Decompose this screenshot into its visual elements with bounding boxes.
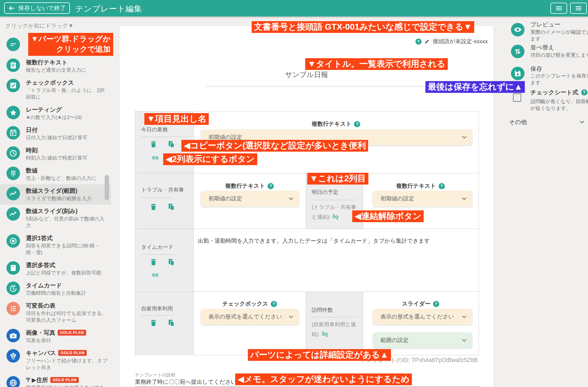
- help-icon[interactable]: ?: [354, 121, 360, 127]
- field-row-2: トラブル・共有事 明日の予定 (トラブル・共有事と連結): [135, 173, 479, 229]
- row4-name-cell: 自家用車利用: [135, 292, 194, 355]
- template-title-input[interactable]: サンプル日報: [119, 70, 494, 79]
- copy-field-button[interactable]: [167, 140, 176, 148]
- part-name: キャンバス: [26, 350, 56, 356]
- sidebar-hint: クリックか右にドラッグ▼: [5, 22, 74, 30]
- help-icon[interactable]: ?: [271, 301, 277, 307]
- part-name: 数値スライダ(刻み): [26, 208, 78, 214]
- copy-field-button[interactable]: [167, 319, 176, 327]
- checksheet-checkbox[interactable]: [513, 93, 521, 102]
- swap-vertical-icon: [511, 45, 524, 58]
- part-desc: スライダで数値の範囲を入力: [26, 195, 108, 202]
- part-name: レーティング: [26, 106, 62, 113]
- part-item[interactable]: 選択1答式回答を用意できる設問に(例:晴・雨・雪): [0, 232, 111, 259]
- part-desc: 労働時間の報告と自動集計: [26, 290, 108, 296]
- chevron-down-icon: [287, 313, 295, 321]
- help-icon[interactable]: ?: [581, 89, 587, 96]
- field-name-input[interactable]: 自家用車利用: [141, 305, 173, 312]
- linked-field-name-input[interactable]: 訪問件数: [312, 306, 333, 314]
- row2-name-cell: トラブル・共有事: [135, 173, 194, 229]
- part-desc: 時刻入力:連結で時差計算可: [26, 155, 108, 161]
- part-item[interactable]: 複数行テキスト報告など通常の文章入力に: [0, 56, 111, 76]
- range-setting-select[interactable]: 範囲の設定: [373, 332, 472, 348]
- annotation-item-heading: ▼項目見出し名: [144, 113, 209, 125]
- part-name: 日付: [26, 127, 38, 133]
- help-icon[interactable]: ?: [439, 183, 445, 189]
- preview-button[interactable]: プレビュー 実際のイメージが確認できます: [511, 21, 587, 41]
- help-icon[interactable]: ?: [433, 301, 439, 307]
- delete-field-button[interactable]: [149, 140, 158, 148]
- initial-value-select[interactable]: 初期値の設定: [373, 191, 472, 207]
- template-canvas: ? 接頭語が未設定-xxxxx サンプル日報 6 / 128 今日の業務: [119, 26, 494, 387]
- description-input[interactable]: 業務終了時に〇〇宛へ提出してください: [135, 378, 237, 386]
- field-type-label: 複数行テキスト: [312, 120, 352, 128]
- menu-button-2[interactable]: [570, 3, 587, 14]
- part-name: 時刻: [26, 147, 38, 153]
- part-desc: 5刻みなど、任意の刻みで数値の入力: [26, 215, 108, 229]
- copy-field-button[interactable]: [167, 203, 176, 211]
- part-item[interactable]: レーティング★の数で入力(★は2〜10): [0, 103, 111, 123]
- part-item[interactable]: 日付日付入力:連結で日差計算可: [0, 123, 111, 144]
- annotation-two-col: ◀2列表示にするボタン: [163, 153, 257, 165]
- hamburger-icon: [575, 4, 582, 12]
- partially-hidden-part-icon[interactable]: [6, 38, 20, 51]
- save-icon: [511, 67, 524, 80]
- part-item[interactable]: 選択多答式上記と同様ですが、複数回答可能: [0, 259, 111, 279]
- menu-button-1[interactable]: [550, 3, 567, 14]
- prefix-setting[interactable]: ? 接頭語が未設定-xxxxx: [415, 38, 488, 45]
- linked-field-name-input[interactable]: 明日の予定: [312, 189, 338, 196]
- checksheet-desc: 設問幅が長くなり、回答幅が短くなります。: [530, 98, 588, 112]
- part-item[interactable]: 時刻時刻入力:連結で時差計算可: [0, 144, 111, 164]
- field-type-header: 複数行テキスト ?: [363, 182, 479, 190]
- timecard-info-text: 出勤・退勤時間を入力できます。入力したデータは「タイムカード」タブから集計できま…: [198, 237, 430, 245]
- copy-field-button[interactable]: [167, 258, 176, 266]
- annotation-unlink: ◀連結解除ボタン: [352, 210, 424, 222]
- unlink-button-icon[interactable]: [321, 330, 329, 338]
- gold-plan-badge: GOLD PLAN: [58, 330, 86, 336]
- chevron-down-icon: [460, 133, 468, 141]
- field-type-header: スライダー ?: [363, 300, 479, 308]
- annotation-second-col: ▼これは2列目: [307, 173, 368, 185]
- part-item[interactable]: 〒▶住所GOLD PLAN郵便番号7桁だけで住所入力ができます: [0, 373, 111, 387]
- part-item[interactable]: タイムカード労働時間の報告と自動集計: [0, 279, 111, 299]
- part-item[interactable]: 数値売上・距離など、数値の入力に: [0, 164, 111, 184]
- part-item[interactable]: 画像・写真GOLD PLAN写真を添付: [0, 326, 111, 346]
- checkbox-icon: [6, 79, 20, 92]
- part-desc: 回答を用意できる設問に(例:晴・雨・雪): [26, 242, 108, 256]
- two-column-link-button[interactable]: [151, 154, 159, 162]
- preview-desc: 実際のイメージが確認できます: [530, 29, 588, 42]
- part-item[interactable]: キャンバスGOLD PLANフリーハンドで絵が描けます。タブレット向き: [0, 346, 111, 373]
- star-icon: [6, 106, 20, 119]
- part-item[interactable]: 可変長の表項目を作れば何行でも追加できる、可変長の入力フォーム: [0, 299, 111, 326]
- help-icon[interactable]: ?: [415, 38, 422, 45]
- field-name-input[interactable]: トラブル・共有事: [141, 186, 184, 193]
- list-icon: [6, 302, 20, 315]
- part-item[interactable]: チェックボックス「トラブル有・無」のように、2択回答に: [0, 76, 111, 103]
- field-name-input[interactable]: タイムカード: [141, 244, 173, 251]
- annotation-text: クリックで追加: [31, 44, 111, 54]
- part-name: 〒▶住所: [26, 377, 48, 383]
- part-name: 数値スライダ(範囲): [26, 187, 77, 194]
- unlink-button-icon[interactable]: [332, 213, 339, 221]
- sort-button[interactable]: 並べ替え 項目の並び順を変更します: [511, 43, 587, 61]
- delete-field-button[interactable]: [149, 258, 158, 266]
- display-format-select[interactable]: 表示の形式を選んでください: [373, 309, 472, 325]
- part-desc: 郵便番号7桁だけで住所入力ができます: [26, 384, 108, 387]
- exit-without-save-button[interactable]: 保存しないで終了: [4, 2, 70, 14]
- field-name-input[interactable]: 今日の業務: [141, 126, 168, 133]
- timer-icon: [6, 282, 20, 295]
- part-item[interactable]: 数値スライダ(範囲)スライダで数値の範囲を入力: [0, 184, 111, 205]
- help-icon[interactable]: ?: [268, 183, 274, 189]
- delete-field-button[interactable]: [149, 319, 158, 327]
- globe-icon: [6, 376, 20, 387]
- delete-field-button[interactable]: [149, 203, 158, 211]
- part-desc: 日付入力:連結で日差計算可: [26, 134, 108, 141]
- initial-value-select[interactable]: 初期値の設定: [201, 191, 299, 207]
- two-column-link-button[interactable]: [151, 271, 159, 279]
- part-desc: 「トラブル有・無」のように、2択回答に: [26, 87, 108, 100]
- part-item[interactable]: 数値スライダ(刻み)5刻みなど、任意の刻みで数値の入力: [0, 205, 111, 232]
- field-type-label: チェックボックス: [222, 300, 268, 308]
- sidebar-scrollbar-thumb[interactable]: [105, 175, 109, 200]
- others-expander[interactable]: その他: [509, 117, 586, 127]
- display-format-select[interactable]: 表示の形式を選んでください: [201, 309, 299, 325]
